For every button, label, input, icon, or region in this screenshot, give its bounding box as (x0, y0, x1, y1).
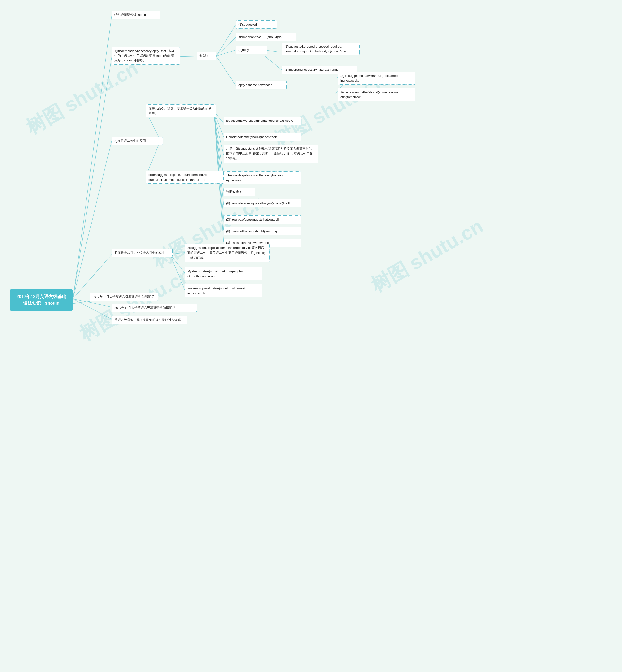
page-container: 树图 shutu.cn 树图 shutu.cn 树图 shutu.cn 树图 s… (0, 0, 622, 672)
svg-line-20 (214, 111, 223, 155)
svg-line-11 (216, 56, 236, 85)
n-2-wrong1: (错)Youpalefacesuggeststhatyou(should)b e… (223, 199, 301, 208)
watermark-4: 树图 shutu.cn (367, 213, 488, 298)
n-2-right1: (对)Yourpalefacesuggeststhatyouareill. (223, 215, 301, 224)
n-2-theguard: Theguardatgateinsistedthateverybodyob ey… (223, 171, 301, 184)
n-2-heinsisted: Heinsistedthathe(should)besentthere. (223, 133, 301, 141)
n-2-order: order,suggest,propose,require,demand,re … (146, 171, 223, 184)
n-special: 特殊虚拟语气词should (112, 11, 160, 19)
n-3-imake: Imakeaproposalthatwe(should)holdameet in… (185, 284, 263, 297)
svg-line-24 (214, 111, 223, 219)
n-1-itisnecessary: Itisnecessarythathe(should)cometoourme e… (338, 88, 415, 101)
root-label: 2017年12月英语六级基础 语法知识：should (16, 294, 66, 306)
svg-line-6 (73, 299, 112, 319)
svg-line-1 (73, 15, 112, 299)
svg-line-21 (214, 111, 223, 177)
n-3-intro: 在suggestion,proposal,idea,plan,order,ad … (185, 244, 270, 262)
n-1-suggested-list: (1)suggested,ordered,proposed,required, … (282, 42, 359, 56)
n-2-intro: 在表示命令、建议、要求等一类动词后面的从句中。 (146, 104, 216, 117)
svg-line-10 (216, 50, 236, 56)
svg-line-0 (73, 301, 90, 304)
n-juxing: 句型： (197, 52, 216, 60)
n-3-myidea: Myideaisthatwe(should)getmorepeopleto at… (185, 267, 263, 280)
svg-line-23 (214, 111, 223, 205)
n-2-wrong2: (错)Iinsistedthatyou(should)bewrong. (223, 227, 301, 236)
n-2-isuggest: Isuggestthatwe(should)holdameetingnext w… (223, 117, 301, 125)
n-bottom1: 2017年12月大学英语六级基础语法知识汇总 (112, 304, 197, 312)
n-2-panduan: 判断改错： (223, 188, 255, 196)
n-1-3-itissug: (3)Itissuggestedthatwe(should)holdameet … (338, 72, 415, 84)
n-2: 2)在宾语从句中的应用 (112, 137, 163, 145)
n-1-suggested: (1)suggested (236, 21, 277, 29)
n-apity-ashame: apity,ashame,nowonder (236, 81, 287, 89)
level1-left: 2017年12月大学英语六级基础语法 知识汇总 (90, 293, 158, 301)
n-1-itisimportant: Itisimportantthat...＋(should)do (236, 33, 297, 41)
svg-line-9 (216, 37, 236, 56)
svg-line-7 (180, 56, 197, 57)
n-1-apity: (2)apity (236, 46, 267, 54)
svg-line-2 (73, 57, 112, 299)
svg-line-4 (73, 254, 112, 299)
svg-line-8 (216, 25, 236, 56)
connector-lines (0, 0, 622, 672)
svg-line-3 (73, 140, 112, 299)
n-2-zhuyiinsist: 注意：如suggest,insist不表示"建议"或"坚持要某人做某事时"，即它… (223, 145, 318, 163)
root-node: 2017年12月英语六级基础 语法知识：should (10, 289, 73, 311)
svg-line-29 (170, 254, 185, 290)
level1-left-label: 2017年12月大学英语六级基础语法 知识汇总 (93, 295, 154, 298)
svg-line-28 (170, 254, 185, 273)
n-1: 1)Itisdemanded/necessary/apity+that...结构… (112, 47, 180, 65)
n-3: 3)在表语从句，同位语从句中的应用 (112, 249, 173, 257)
watermark-1: 树图 shutu.cn (22, 56, 143, 141)
svg-line-13 (265, 56, 282, 70)
n-bottom2: 英语六级必备工具：测测你的词汇量能过六级吗 (112, 316, 187, 324)
svg-line-12 (265, 50, 282, 52)
